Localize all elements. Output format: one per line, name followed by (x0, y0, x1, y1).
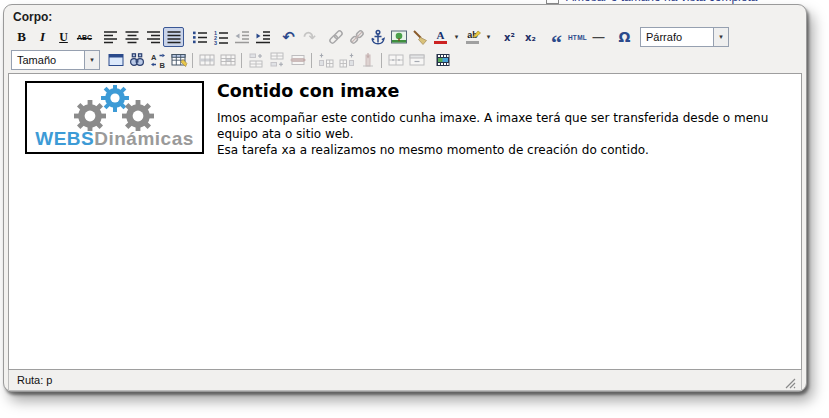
grey-gear-icon (74, 100, 106, 131)
numbered-list-icon: 123 (212, 28, 230, 46)
justify-button[interactable] (163, 27, 184, 47)
html-source-button[interactable]: HTML (567, 27, 588, 47)
find-button[interactable] (126, 50, 147, 70)
image-icon (390, 28, 408, 46)
insert-row-before-button[interactable] (245, 50, 266, 70)
insert-row-after-button[interactable] (266, 50, 287, 70)
justify-icon (165, 28, 183, 46)
paragraph-line: Esa tarefa xa a realizamos no mesmo mome… (217, 143, 649, 157)
highlight-color-button[interactable]: ab (462, 27, 483, 47)
horizontal-rule-icon: — (593, 30, 605, 44)
align-center-icon (123, 28, 141, 46)
svg-text:3: 3 (214, 40, 217, 46)
align-center-button[interactable] (121, 27, 142, 47)
paragraph-format-value: Párrafo (641, 28, 713, 46)
text-color-button[interactable]: A (430, 27, 451, 47)
paragraph-format-select[interactable]: Párrafo ▾ (640, 27, 729, 47)
fullscreen-button[interactable] (105, 50, 126, 70)
align-left-button[interactable] (100, 27, 121, 47)
special-char-button[interactable]: Ω (614, 27, 635, 47)
image-button[interactable] (388, 27, 409, 47)
table-icon (170, 51, 188, 69)
toolbar-separator (311, 53, 312, 68)
element-path[interactable]: Ruta: p (17, 374, 52, 386)
subscript-button[interactable]: x₂ (520, 27, 541, 47)
underline-icon: U (59, 30, 68, 45)
redo-icon: ↷ (303, 30, 316, 45)
align-right-button[interactable] (142, 27, 163, 47)
delete-column-button[interactable] (357, 50, 378, 70)
logo-word-webs: WEBS (35, 128, 94, 149)
merge-cells-button[interactable] (406, 50, 427, 70)
insert-column-before-button[interactable] (315, 50, 336, 70)
bold-button[interactable]: B (11, 27, 32, 47)
replace-button[interactable]: AB (147, 50, 168, 70)
horizontal-rule-button[interactable]: — (588, 27, 609, 47)
paragraph-line: Imos acompañar este contido cunha imaxe.… (217, 111, 768, 141)
editor-panel: Corpo: B I U ABC 123 ↶ ↷ (3, 4, 807, 392)
replace-icon: AB (149, 51, 167, 69)
numbered-list-button[interactable]: 123 (210, 27, 231, 47)
toolbar-row-2: Tamaño ▾ AB (11, 49, 453, 71)
superscript-button[interactable]: x² (499, 27, 520, 47)
merge-cells-icon (408, 51, 426, 69)
chevron-down-icon[interactable]: ▾ (713, 28, 728, 46)
undo-button[interactable]: ↶ (278, 27, 299, 47)
toolbar-separator (381, 53, 382, 68)
indent-icon (254, 28, 272, 46)
delete-row-button[interactable] (287, 50, 308, 70)
fullscreen-size-checkbox[interactable] (546, 0, 559, 4)
insert-table-button[interactable] (168, 50, 189, 70)
undo-icon: ↶ (282, 30, 295, 45)
text-color-dropdown[interactable]: ▾ (451, 27, 462, 47)
bullet-list-icon (191, 28, 209, 46)
cell-properties-icon (219, 51, 237, 69)
redo-button[interactable]: ↷ (299, 27, 320, 47)
cleanup-button[interactable] (409, 27, 430, 47)
link-button[interactable] (325, 27, 346, 47)
grey-gear-icon (122, 100, 154, 131)
logo-word-dinamicas: Dinámicas (94, 128, 194, 149)
anchor-button[interactable] (367, 27, 388, 47)
insert-row-before-icon (247, 51, 265, 69)
link-icon (327, 28, 345, 46)
font-size-value: Tamaño (12, 51, 84, 69)
strikethrough-icon: ABC (77, 34, 92, 41)
editor-status-bar: Ruta: p (8, 370, 802, 391)
font-size-select[interactable]: Tamaño ▾ (11, 50, 100, 70)
outdent-button[interactable] (231, 27, 252, 47)
align-right-icon (144, 28, 162, 46)
blockquote-button[interactable]: “ (546, 27, 567, 47)
media-button[interactable] (432, 50, 453, 70)
unlink-button[interactable] (346, 27, 367, 47)
row-properties-button[interactable] (196, 50, 217, 70)
delete-row-icon (289, 51, 307, 69)
logo-image[interactable]: WEBSDinámicas (25, 81, 204, 154)
split-cells-button[interactable] (385, 50, 406, 70)
highlight-pen-icon (472, 29, 481, 38)
outdent-icon (233, 28, 251, 46)
cell-properties-button[interactable] (217, 50, 238, 70)
bullet-list-button[interactable] (189, 27, 210, 47)
delete-column-icon (359, 51, 377, 69)
svg-text:A: A (151, 53, 157, 62)
fullscreen-icon (107, 51, 125, 69)
highlight-color-dropdown[interactable]: ▾ (483, 27, 494, 47)
insert-column-after-button[interactable] (336, 50, 357, 70)
insert-row-after-icon (268, 51, 286, 69)
strikethrough-button[interactable]: ABC (74, 27, 95, 47)
subscript-icon: x₂ (525, 32, 536, 43)
indent-button[interactable] (252, 27, 273, 47)
page: Amosar o tamaño na vista completa Corpo:… (0, 0, 829, 418)
italic-button[interactable]: I (32, 27, 53, 47)
omega-icon: Ω (619, 29, 631, 45)
resize-handle-icon[interactable] (784, 377, 796, 389)
split-cells-icon (387, 51, 405, 69)
chevron-down-icon[interactable]: ▾ (84, 51, 99, 69)
underline-button[interactable]: U (53, 27, 74, 47)
editor-content-area[interactable]: WEBSDinámicas Contido con imaxe Imos aco… (8, 73, 802, 370)
row-properties-icon (198, 51, 216, 69)
logo-wordmark: WEBSDinámicas (27, 128, 202, 150)
cleanup-broom-icon (411, 28, 429, 46)
text-color-bar (434, 41, 447, 44)
